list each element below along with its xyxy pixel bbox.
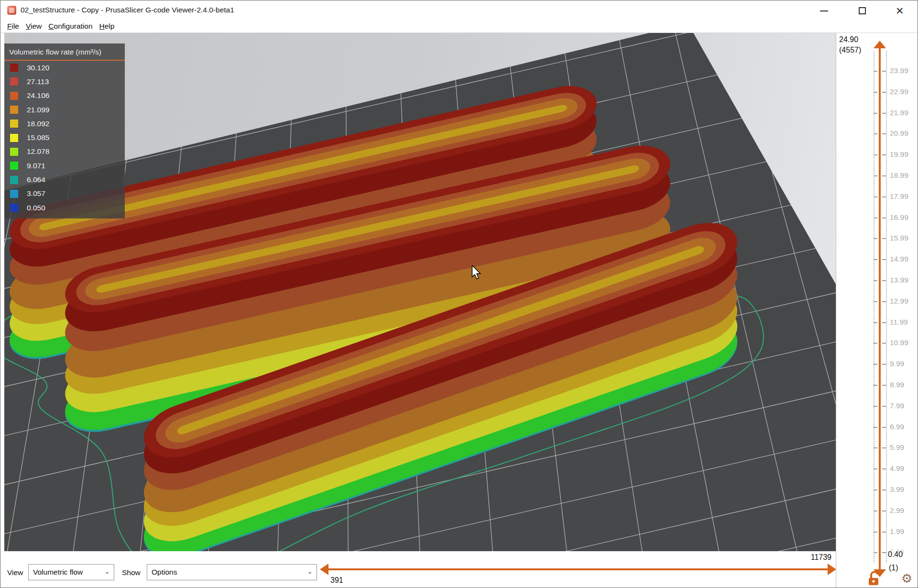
layer-tick-mark xyxy=(874,322,877,323)
legend-item: 21.099 xyxy=(4,103,125,117)
layer-tick-mark xyxy=(874,468,877,469)
gcode-3d-viewport[interactable]: Volumetric flow rate (mm³/s) 30.12027.11… xyxy=(4,33,836,551)
view-select-value: Volumetric flow xyxy=(33,568,83,577)
layer-tick-mark xyxy=(874,280,877,281)
menu-item-file[interactable]: File xyxy=(7,22,19,31)
minimize-button[interactable] xyxy=(817,5,831,17)
layer-tick-mark xyxy=(882,301,886,302)
legend-value: 15.085 xyxy=(27,133,49,142)
layer-tick-mark xyxy=(874,532,877,533)
layer-tick-label: 1.99 xyxy=(890,527,917,536)
layer-tick-mark xyxy=(874,259,877,260)
show-select-value: Options xyxy=(152,568,177,577)
legend-value: 3.057 xyxy=(27,189,45,198)
layer-tick-label: 7.99 xyxy=(890,402,917,410)
layer-slider-track[interactable] xyxy=(879,47,881,570)
layer-tick-label: 20.99 xyxy=(890,129,917,138)
layer-tick-mark xyxy=(874,406,877,407)
layer-top-value: 24.90 xyxy=(839,35,858,44)
title-bar: 02_testStructure - Copy - PrusaSlicer G-… xyxy=(0,0,918,21)
move-slider-track[interactable] xyxy=(328,568,828,570)
layer-tick-label: 9.99 xyxy=(890,359,917,368)
layer-tick-label: 11.99 xyxy=(890,318,917,327)
gcode-3d-scene xyxy=(4,33,836,551)
layer-tick-label: 4.99 xyxy=(890,464,917,473)
legend-value: 18.092 xyxy=(27,120,49,128)
legend-item: 24.106 xyxy=(4,89,125,103)
layer-tick-label: 10.99 xyxy=(890,338,917,347)
legend-item: 9.071 xyxy=(4,159,125,173)
legend-color-swatch xyxy=(10,120,18,128)
menu-item-configuration[interactable]: Configuration xyxy=(48,22,92,31)
flow-rate-legend: Volumetric flow rate (mm³/s) 30.12027.11… xyxy=(4,44,125,218)
move-slider-right-thumb[interactable] xyxy=(828,564,836,575)
gear-icon[interactable]: ⚙ xyxy=(901,571,912,586)
bottom-toolbar: View Volumetric flow ⌄ Show Options ⌄ 11… xyxy=(4,551,836,588)
legend-color-swatch xyxy=(10,77,18,86)
layer-tick-mark xyxy=(874,343,877,344)
layer-tick-mark xyxy=(874,552,877,553)
layer-tick-mark xyxy=(882,447,886,448)
chevron-down-icon: ⌄ xyxy=(104,567,110,575)
layer-tick-mark xyxy=(874,385,877,386)
view-select[interactable]: Volumetric flow ⌄ xyxy=(28,564,114,580)
layer-tick-mark xyxy=(874,490,877,490)
close-button[interactable]: ✕ xyxy=(893,5,907,17)
maximize-button[interactable] xyxy=(855,5,870,17)
move-slider-left-thumb[interactable] xyxy=(320,564,328,575)
layer-tick-label: 2.99 xyxy=(890,506,917,515)
layer-tick-mark xyxy=(882,406,886,407)
layer-tick-mark xyxy=(882,113,886,114)
menu-item-view[interactable]: View xyxy=(26,22,42,31)
layer-tick-mark xyxy=(874,238,877,239)
legend-item: 30.120 xyxy=(4,61,125,75)
chevron-down-icon: ⌄ xyxy=(307,567,313,575)
layer-tick-mark xyxy=(882,154,886,155)
layer-tick-mark xyxy=(874,175,877,176)
layer-tick-mark xyxy=(874,447,877,448)
legend-item: 6.064 xyxy=(4,173,125,186)
legend-color-swatch xyxy=(10,134,18,142)
layer-tick-mark xyxy=(882,175,886,176)
layer-tick-mark xyxy=(882,238,886,239)
layer-tick-label: 17.99 xyxy=(890,192,917,201)
layer-tick-mark xyxy=(874,511,877,512)
layer-tick-label: 6.99 xyxy=(890,423,917,431)
layer-tick-label: 12.99 xyxy=(890,297,917,305)
legend-color-swatch xyxy=(10,190,18,198)
layer-tick-mark xyxy=(882,71,886,72)
layer-tick-mark xyxy=(882,280,886,281)
layer-tick-mark xyxy=(882,532,886,533)
legend-title: Volumetric flow rate (mm³/s) xyxy=(4,44,125,61)
layer-slider-upper-thumb[interactable] xyxy=(874,41,886,48)
maximize-icon xyxy=(859,7,866,14)
layer-tick-label: 19.99 xyxy=(890,150,917,159)
layer-tick-mark xyxy=(882,322,886,323)
layer-tick-mark xyxy=(874,427,877,428)
legend-item: 18.092 xyxy=(4,117,125,131)
legend-value: 6.064 xyxy=(27,175,45,184)
unlock-icon[interactable] xyxy=(867,570,881,587)
layer-tick-mark xyxy=(882,385,886,386)
layer-slider-panel: 24.90 (4557) 23.9922.9921.9920.9919.9918… xyxy=(836,33,918,588)
view-label: View xyxy=(7,568,23,577)
legend-value: 9.071 xyxy=(27,162,45,170)
layer-tick-label: 22.99 xyxy=(890,87,917,96)
layer-tick-mark xyxy=(882,92,886,93)
layer-tick-mark xyxy=(874,71,877,72)
layer-ruler-left xyxy=(874,51,874,563)
show-select[interactable]: Options ⌄ xyxy=(147,564,317,580)
layer-tick-mark xyxy=(874,113,877,114)
layer-tick-label: 14.99 xyxy=(890,255,917,263)
layer-ruler-right xyxy=(886,51,887,563)
legend-color-swatch xyxy=(10,204,18,212)
layer-tick-label: 21.99 xyxy=(890,109,917,117)
app-window: 02_testStructure - Copy - PrusaSlicer G-… xyxy=(0,0,918,588)
app-logo-icon xyxy=(7,6,16,15)
menu-item-help[interactable]: Help xyxy=(99,22,115,31)
window-title: 02_testStructure - Copy - PrusaSlicer G-… xyxy=(21,6,234,14)
layer-tick-mark xyxy=(874,196,877,197)
legend-color-swatch xyxy=(10,92,18,100)
legend-color-swatch xyxy=(10,64,18,72)
legend-item: 0.050 xyxy=(4,201,125,215)
